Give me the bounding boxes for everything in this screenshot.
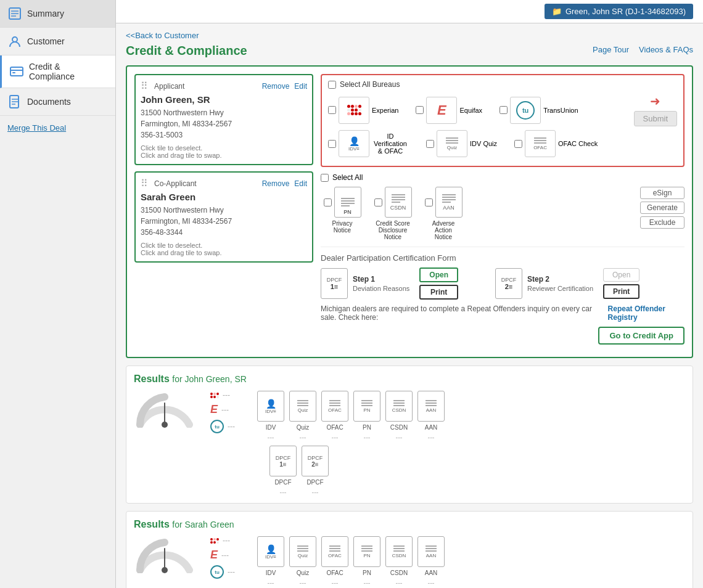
page-tour-link[interactable]: Page Tour xyxy=(593,45,629,54)
equifax-score-sarah: E --- xyxy=(210,549,235,561)
back-link[interactable]: <<Back to Customer xyxy=(126,31,199,40)
csdn-icon[interactable]: CSDN xyxy=(385,187,412,218)
svg-point-4 xyxy=(12,37,17,42)
bureau-scores-sarah: --- E --- tu --- xyxy=(210,536,235,579)
equifax-checkbox[interactable] xyxy=(416,106,424,114)
sidebar-item-documents[interactable]: Documents xyxy=(0,88,115,116)
content-area: <<Back to Customer Credit & Compliance P… xyxy=(116,23,703,588)
quiz-item[interactable]: Quiz IDV Quiz xyxy=(426,130,497,157)
dpcf-step2-btns: Open Print xyxy=(603,268,639,299)
repeat-offender-link[interactable]: Repeat Offender Registry xyxy=(608,304,684,322)
header-bar: 📁 Green, John SR (DJ-1-34682093) xyxy=(116,0,703,23)
idv-checkbox[interactable] xyxy=(328,140,336,148)
experian-logo xyxy=(347,105,361,115)
gauge-area-sarah xyxy=(134,536,195,573)
result-idv-john: 👤IDV≡ IDV --- xyxy=(257,391,284,441)
results-john-for: for John Green, SR xyxy=(172,374,247,384)
dpcf-step1-print[interactable]: Print xyxy=(419,285,458,300)
svg-rect-5 xyxy=(10,67,23,76)
result-quiz-sarah: Quiz Quiz --- xyxy=(289,536,316,586)
submit-button[interactable]: Submit xyxy=(634,111,677,126)
credit-icon xyxy=(9,64,24,79)
drag-handle-applicant[interactable]: ⠿ xyxy=(141,80,148,92)
bureau-row-2: 👤 IDV≡ ID Verification & OFAC Quiz xyxy=(328,130,677,157)
csdn-label: Credit ScoreDisclosureNotice xyxy=(376,220,410,240)
videos-faqs-link[interactable]: Videos & FAQs xyxy=(639,45,693,54)
bureau-box: Select All Bureaus xyxy=(321,74,684,167)
transunion-checkbox[interactable] xyxy=(500,106,508,114)
dpcf-step2-print[interactable]: Print xyxy=(603,284,639,299)
co-applicant-actions: Remove Edit xyxy=(262,179,307,188)
csdn-checkbox[interactable] xyxy=(374,198,382,206)
result-csdn-sarah: CSDN CSDN --- xyxy=(385,536,413,586)
experian-checkbox[interactable] xyxy=(328,106,336,114)
merge-deal-link[interactable]: Merge This Deal xyxy=(0,116,115,140)
applicant-panel: ⠿ Applicant Remove Edit John Green, SR 3… xyxy=(134,74,313,165)
applicant-label: Applicant xyxy=(154,82,184,91)
dpcf-steps: DPCF 1≡ Step 1 Deviation Reasons Open Pr… xyxy=(321,267,684,300)
documents-icon xyxy=(7,94,22,109)
dpcf-step1-btns: Open Print xyxy=(419,267,458,300)
experian-item[interactable]: Experian xyxy=(328,97,398,124)
quiz-checkbox[interactable] xyxy=(426,140,434,148)
dpcf-step2-open[interactable]: Open xyxy=(603,268,639,282)
go-to-credit-app-button[interactable]: Go to Credit App xyxy=(598,327,684,345)
results-john-content: --- E --- tu --- 👤IDV≡ IDV xyxy=(134,391,685,441)
transunion-item[interactable]: tu TransUnion xyxy=(500,97,578,124)
applicant-edit[interactable]: Edit xyxy=(294,82,307,91)
docs-select-all-checkbox[interactable] xyxy=(321,174,329,182)
esign-button[interactable]: eSign xyxy=(640,187,684,199)
co-applicant-remove[interactable]: Remove xyxy=(262,179,290,188)
equifax-item[interactable]: E Equifax xyxy=(416,97,482,124)
dpcf-step2-title: Step 2 xyxy=(527,275,593,284)
dpcf-step1-sub: Deviation Reasons xyxy=(353,285,409,292)
go-credit-btn-wrapper: Go to Credit App xyxy=(321,327,684,345)
dpcf-step-2: DPCF 2≡ Step 2 Reviewer Certification Op… xyxy=(495,267,639,300)
equifax-label: Equifax xyxy=(459,107,482,114)
transunion-score-john: tu --- xyxy=(210,420,235,433)
aan-icon[interactable]: AAN xyxy=(435,187,462,218)
docs-select-all-row: Select All xyxy=(321,173,684,182)
select-all-bureaus-label: Select All Bureaus xyxy=(340,80,400,89)
generate-button[interactable]: Generate xyxy=(640,202,684,214)
bureau-section: Select All Bureaus xyxy=(321,74,684,349)
select-all-bureaus-checkbox[interactable] xyxy=(328,81,336,89)
dpcf-step1-open[interactable]: Open xyxy=(419,267,458,282)
idv-label: ID Verification & OFAC xyxy=(372,133,409,155)
co-applicant-edit[interactable]: Edit xyxy=(294,179,307,188)
dpcf-title: Dealer Participation Certification Form xyxy=(321,253,684,263)
sidebar-item-customer[interactable]: Customer xyxy=(0,28,115,55)
dpcf-step2-info: Step 2 Reviewer Certification xyxy=(527,275,593,292)
bureau-row-1: Experian E Equifax xyxy=(328,94,677,126)
sidebar-item-summary[interactable]: Summary xyxy=(0,0,115,28)
exclude-button[interactable]: Exclude xyxy=(640,216,684,229)
aan-label: AdverseActionNotice xyxy=(432,220,455,240)
result-pn-sarah: PN PN --- xyxy=(353,536,380,586)
results-sarah: Results for Sarah Green xyxy=(126,511,693,588)
svg-rect-7 xyxy=(12,72,15,73)
sidebar-item-summary-label: Summary xyxy=(27,9,64,18)
idv-item[interactable]: 👤 IDV≡ ID Verification & OFAC xyxy=(328,130,409,157)
quiz-label: IDV Quiz xyxy=(470,140,497,147)
experian-score-sarah: --- xyxy=(210,536,235,545)
co-applicant-header: ⠿ Co-Applicant Remove Edit xyxy=(141,178,307,189)
ofac-label: OFAC Check xyxy=(558,140,598,147)
result-ofac-sarah: OFAC OFAC --- xyxy=(321,536,348,586)
doc-item-pn: PN PrivacyNotice xyxy=(321,187,364,240)
page-title: Credit & Compliance xyxy=(126,44,247,58)
dpcf-step2-icon: DPCF 2≡ xyxy=(495,268,522,299)
dpcf-section: Dealer Participation Certification Form … xyxy=(321,247,684,300)
dpcf-step2-sub: Reviewer Certification xyxy=(527,285,593,292)
gauge-area-john xyxy=(134,391,195,428)
sidebar-item-credit[interactable]: Credit & Compliance xyxy=(0,55,115,88)
pn-icon[interactable]: PN xyxy=(334,187,361,218)
ofac-item[interactable]: OFAC OFAC Check xyxy=(514,130,598,157)
result-dpcf1-john: DPCF1≡ DPCF --- xyxy=(269,446,297,496)
aan-checkbox[interactable] xyxy=(425,198,433,206)
applicant-remove[interactable]: Remove xyxy=(262,82,290,91)
drag-handle-co-applicant[interactable]: ⠿ xyxy=(141,178,148,189)
bureau-scores-john: --- E --- tu --- xyxy=(210,391,235,433)
ofac-checkbox[interactable] xyxy=(514,140,522,148)
pn-checkbox[interactable] xyxy=(324,198,332,206)
gauge-svg-john xyxy=(134,391,195,428)
